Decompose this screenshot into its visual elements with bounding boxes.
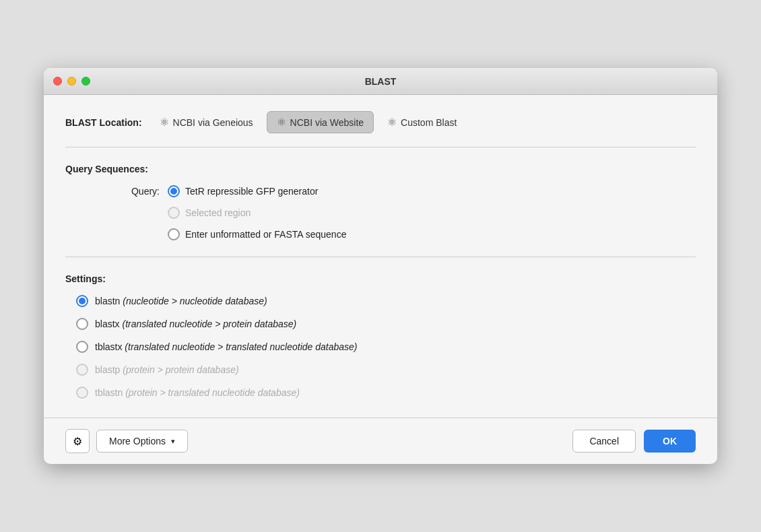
blastn-label: blastn (nucleotide > nucleotide database… bbox=[95, 296, 267, 306]
footer: ⚙ More Options ▾ Cancel OK bbox=[44, 418, 717, 464]
blastx-label: blastx (translated nucleotide > protein … bbox=[95, 319, 296, 329]
settings-header: Settings: bbox=[65, 273, 696, 284]
tblastn-label: tblastn (protein > translated nucleotide… bbox=[95, 387, 300, 398]
maximize-button[interactable] bbox=[81, 77, 90, 86]
traffic-lights bbox=[53, 77, 90, 86]
settings-section: Settings: blastn (nucleotide > nucleotid… bbox=[65, 273, 696, 399]
radio-enter-sequence[interactable] bbox=[168, 228, 180, 240]
footer-right: Cancel OK bbox=[572, 430, 696, 453]
radio-blastx[interactable] bbox=[76, 318, 88, 330]
dialog-content: BLAST Location: ⚛ NCBI via Geneious ⚛ NC… bbox=[44, 95, 717, 418]
query-sequences-section: Query Sequences: Query: TetR repressible… bbox=[65, 164, 696, 240]
radio-blastp bbox=[76, 364, 88, 376]
settings-row-blastn: blastn (nucleotide > nucleotide database… bbox=[76, 295, 696, 307]
location-label: BLAST Location: bbox=[65, 117, 142, 128]
top-divider bbox=[65, 147, 696, 147]
more-options-label: More Options bbox=[109, 436, 166, 446]
window-title: BLAST bbox=[365, 76, 397, 87]
location-custom-blast[interactable]: ⚛ Custom Blast bbox=[378, 111, 466, 133]
tblastx-label: tblastx (translated nucleotide > transla… bbox=[95, 341, 358, 352]
location-ncbi-geneious[interactable]: ⚛ NCBI via Geneious bbox=[150, 111, 263, 133]
more-options-button[interactable]: More Options ▾ bbox=[96, 430, 188, 453]
radio-blastn[interactable] bbox=[76, 295, 88, 307]
radio-selected-region-label: Selected region bbox=[185, 207, 251, 218]
radio-selected-region bbox=[168, 207, 180, 219]
location-bar: BLAST Location: ⚛ NCBI via Geneious ⚛ NC… bbox=[65, 111, 696, 133]
custom-blast-icon: ⚛ bbox=[387, 116, 397, 129]
footer-left: ⚙ More Options ▾ bbox=[65, 429, 188, 453]
blast-dialog: BLAST BLAST Location: ⚛ NCBI via Geneiou… bbox=[44, 68, 717, 464]
settings-row-blastx: blastx (translated nucleotide > protein … bbox=[76, 318, 696, 330]
ncbi-website-icon: ⚛ bbox=[277, 116, 286, 129]
settings-options: blastn (nucleotide > nucleotide database… bbox=[76, 295, 696, 399]
query-row-enter: Enter unformatted or FASTA sequence bbox=[168, 228, 696, 240]
radio-enter-sequence-label: Enter unformatted or FASTA sequence bbox=[185, 229, 346, 240]
radio-tblastx[interactable] bbox=[76, 341, 88, 353]
middle-divider bbox=[65, 257, 696, 257]
radio-tetr[interactable] bbox=[168, 185, 180, 197]
radio-tetr-label: TetR repressible GFP generator bbox=[185, 186, 318, 197]
ok-button[interactable]: OK bbox=[644, 430, 696, 453]
location-buttons: ⚛ NCBI via Geneious ⚛ NCBI via Website ⚛… bbox=[150, 111, 467, 133]
settings-row-tblastx: tblastx (translated nucleotide > transla… bbox=[76, 341, 696, 353]
query-row-tetr: Query: TetR repressible GFP generator bbox=[92, 185, 696, 197]
gear-icon: ⚙ bbox=[73, 435, 82, 448]
location-custom-blast-label: Custom Blast bbox=[401, 117, 457, 128]
gear-button[interactable]: ⚙ bbox=[65, 429, 90, 453]
chevron-down-icon: ▾ bbox=[171, 437, 175, 446]
location-ncbi-geneious-label: NCBI via Geneious bbox=[173, 117, 253, 128]
minimize-button[interactable] bbox=[67, 77, 76, 86]
settings-row-tblastn: tblastn (protein > translated nucleotide… bbox=[76, 387, 696, 399]
ncbi-geneious-icon: ⚛ bbox=[160, 116, 169, 129]
cancel-button[interactable]: Cancel bbox=[572, 430, 636, 453]
query-prefix-label: Query: bbox=[92, 186, 160, 197]
query-row-selected: Selected region bbox=[168, 207, 696, 219]
query-sequences-header: Query Sequences: bbox=[65, 164, 696, 174]
settings-row-blastp: blastp (protein > protein database) bbox=[76, 364, 696, 376]
location-ncbi-website-label: NCBI via Website bbox=[290, 117, 364, 128]
radio-tblastn bbox=[76, 387, 88, 399]
titlebar: BLAST bbox=[44, 68, 717, 95]
location-ncbi-website[interactable]: ⚛ NCBI via Website bbox=[267, 111, 374, 133]
blastp-label: blastp (protein > protein database) bbox=[95, 364, 239, 375]
close-button[interactable] bbox=[53, 77, 62, 86]
